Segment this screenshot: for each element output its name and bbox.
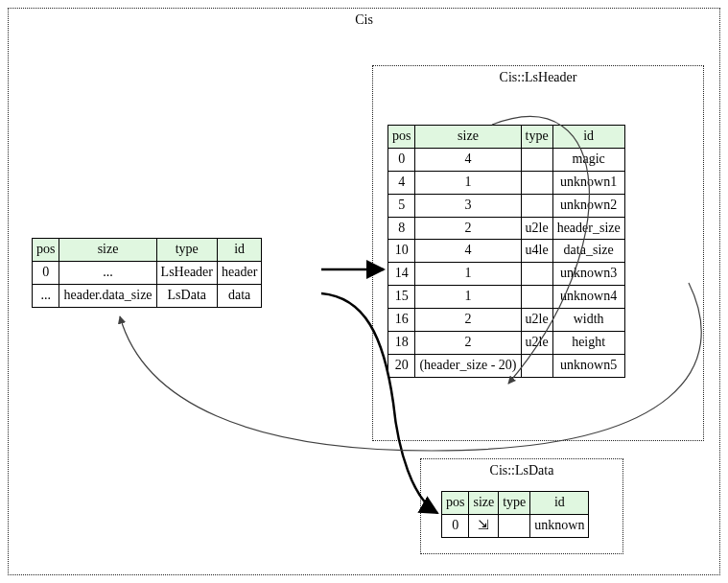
col-id: id: [218, 239, 262, 262]
cell-size: 2: [415, 332, 521, 355]
cell-pos: 0: [442, 514, 469, 537]
col-pos: pos: [33, 239, 59, 262]
cell-size: header.data_size: [59, 284, 156, 307]
table-row: 0 ⇲ unknown: [442, 514, 589, 537]
table-row: 0 4 magic: [388, 148, 625, 171]
cell-id: unknown1: [552, 171, 624, 194]
cell-type: [499, 514, 530, 537]
lsheader-table: pos size type id 0 4 magic 4 1 unknown1 …: [387, 125, 625, 378]
cell-id: unknown4: [552, 286, 624, 309]
table-row: 10 4 u4le data_size: [388, 240, 625, 263]
col-id: id: [552, 126, 624, 149]
cell-size: 1: [415, 263, 521, 286]
cell-type: [521, 194, 552, 217]
cell-type: u4le: [521, 240, 552, 263]
col-pos: pos: [442, 492, 469, 515]
cluster-lsdata-label: Cis::LsData: [421, 463, 622, 478]
table-row: 4 1 unknown1: [388, 171, 625, 194]
cell-pos: 14: [388, 263, 415, 286]
col-pos: pos: [388, 126, 415, 149]
cell-id: data: [218, 284, 262, 307]
table-row: 5 3 unknown2: [388, 194, 625, 217]
cell-type: u2le: [521, 217, 552, 240]
cell-id: height: [552, 332, 624, 355]
main-table: pos size type id 0 ... LsHeader header .…: [32, 238, 262, 308]
col-size: size: [59, 239, 156, 262]
cell-type: LsHeader: [156, 261, 217, 284]
cell-size: 4: [415, 240, 521, 263]
col-type: type: [521, 126, 552, 149]
table-row: 15 1 unknown4: [388, 286, 625, 309]
cell-id: unknown2: [552, 194, 624, 217]
col-size: size: [469, 492, 499, 515]
cell-pos: 20: [388, 354, 415, 377]
cell-size: 3: [415, 194, 521, 217]
col-type: type: [499, 492, 530, 515]
cell-pos: 0: [388, 148, 415, 171]
cell-size: 1: [415, 286, 521, 309]
cell-size: 1: [415, 171, 521, 194]
cell-type: u2le: [521, 332, 552, 355]
col-type: type: [156, 239, 217, 262]
table-row: 8 2 u2le header_size: [388, 217, 625, 240]
cell-pos: ...: [33, 284, 59, 307]
cell-pos: 15: [388, 286, 415, 309]
cell-pos: 10: [388, 240, 415, 263]
cell-size: 4: [415, 148, 521, 171]
table-row: 20 (header_size - 20) unknown5: [388, 354, 625, 377]
cluster-lsheader-label: Cis::LsHeader: [373, 70, 703, 85]
table-row: ... header.data_size LsData data: [33, 284, 262, 307]
table-row: 0 ... LsHeader header: [33, 261, 262, 284]
cell-pos: 8: [388, 217, 415, 240]
cell-id: magic: [552, 148, 624, 171]
cell-size: 2: [415, 217, 521, 240]
cell-id: unknown: [530, 514, 589, 537]
cluster-cis-label: Cis: [9, 12, 719, 28]
table-row: 14 1 unknown3: [388, 263, 625, 286]
cell-type: [521, 171, 552, 194]
col-id: id: [530, 492, 589, 515]
cell-pos: 4: [388, 171, 415, 194]
col-size: size: [415, 126, 521, 149]
cell-size: ...: [59, 261, 156, 284]
cell-size: ⇲: [469, 514, 499, 537]
cell-size: 2: [415, 309, 521, 332]
cell-type: LsData: [156, 284, 217, 307]
cell-id: data_size: [552, 240, 624, 263]
cell-id: header: [218, 261, 262, 284]
cell-size: (header_size - 20): [415, 354, 521, 377]
cell-type: [521, 354, 552, 377]
cell-type: u2le: [521, 309, 552, 332]
cell-id: header_size: [552, 217, 624, 240]
cell-id: unknown5: [552, 354, 624, 377]
cell-id: width: [552, 309, 624, 332]
cell-pos: 18: [388, 332, 415, 355]
cell-type: [521, 286, 552, 309]
table-row: 16 2 u2le width: [388, 309, 625, 332]
table-row: 18 2 u2le height: [388, 332, 625, 355]
cell-pos: 0: [33, 261, 59, 284]
cell-type: [521, 148, 552, 171]
cell-id: unknown3: [552, 263, 624, 286]
cell-type: [521, 263, 552, 286]
cell-pos: 5: [388, 194, 415, 217]
lsdata-table: pos size type id 0 ⇲ unknown: [441, 491, 589, 538]
cell-pos: 16: [388, 309, 415, 332]
